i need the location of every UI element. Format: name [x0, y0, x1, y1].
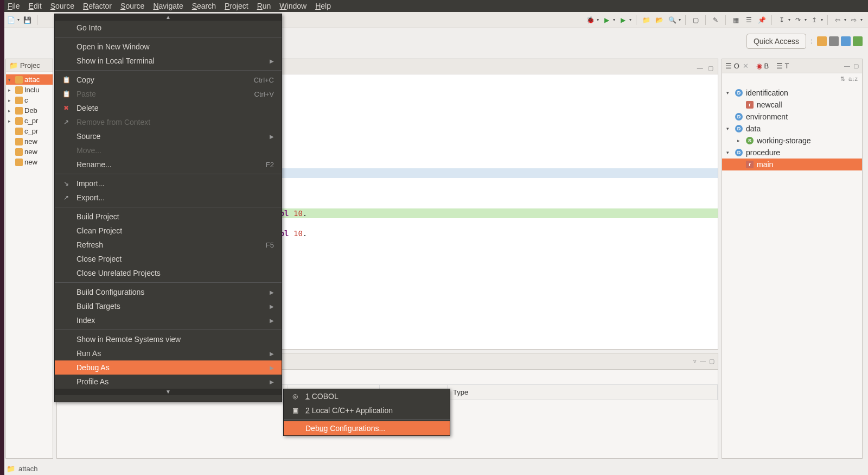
- dropdown-arrow-icon[interactable]: ▾: [17, 17, 20, 22]
- submenu-item[interactable]: ▣2 Local C/C++ Application: [284, 403, 450, 417]
- menu-item[interactable]: Profile As▶: [55, 375, 282, 389]
- tree-item[interactable]: ▾attac: [6, 74, 53, 85]
- tree-item[interactable]: new: [6, 157, 53, 167]
- menu-help[interactable]: Help: [311, 1, 335, 11]
- menu-edit[interactable]: Edit: [24, 1, 46, 11]
- minimize-icon[interactable]: —: [700, 358, 706, 365]
- menu-navigate[interactable]: Navigate: [149, 1, 187, 11]
- tree-item[interactable]: ▸Inclu: [6, 85, 53, 95]
- open-perspective-icon[interactable]: [817, 36, 827, 46]
- outline-item[interactable]: ▾Dprocedure: [722, 147, 862, 159]
- menu-item[interactable]: Debug As▶: [55, 360, 282, 375]
- menu-window[interactable]: Window: [275, 1, 311, 11]
- view-menu-icon[interactable]: ▿: [693, 358, 697, 365]
- menu-project[interactable]: Project: [220, 1, 253, 11]
- scroll-up-icon[interactable]: ▲: [55, 14, 282, 21]
- menu-item[interactable]: Rename...F2: [55, 157, 282, 172]
- menu-item[interactable]: Open in New Window: [55, 40, 282, 54]
- search-icon[interactable]: 🔍: [667, 15, 678, 26]
- az-sort-icon[interactable]: a↓z: [848, 75, 858, 83]
- project-explorer-title: Projec: [20, 61, 40, 69]
- debug-icon[interactable]: 🐞: [585, 15, 596, 26]
- pin-icon[interactable]: 📌: [756, 15, 767, 26]
- wand-icon[interactable]: ✎: [710, 15, 721, 26]
- menu-item[interactable]: Build Configurations▶: [55, 285, 282, 299]
- outline-item[interactable]: rmain: [722, 159, 862, 170]
- menu-item[interactable]: Build Project: [55, 210, 282, 224]
- debug-as-submenu[interactable]: ◎1 COBOL▣2 Local C/C++ ApplicationDebug …: [283, 389, 450, 436]
- menu-item[interactable]: ↘Import...: [55, 176, 282, 191]
- outline-tree[interactable]: ▾DidentificationrnewcallDenvironment▾Dda…: [722, 85, 862, 173]
- outline-tab-t[interactable]: ☰ T: [776, 62, 789, 70]
- menu-source[interactable]: Source: [46, 1, 79, 11]
- project-explorer-tab[interactable]: 📁 Projec: [6, 59, 53, 72]
- menu-run[interactable]: Run: [253, 1, 276, 11]
- scroll-down-icon[interactable]: ▼: [55, 389, 282, 395]
- maximize-icon[interactable]: ▢: [709, 358, 714, 365]
- menu-item: ↗Remove from Context: [55, 115, 282, 129]
- context-menu[interactable]: ▲ Go IntoOpen in New WindowShow in Local…: [54, 14, 282, 402]
- step-out-icon[interactable]: ↥: [809, 15, 820, 26]
- menu-item[interactable]: ↗Export...: [55, 191, 282, 205]
- folder-icon[interactable]: 📁: [641, 15, 652, 26]
- list-icon[interactable]: ☰: [743, 15, 754, 26]
- status-bar: 📁 attach: [7, 465, 37, 473]
- maximize-icon[interactable]: ▢: [853, 62, 859, 69]
- maximize-icon[interactable]: ▢: [708, 65, 713, 71]
- menu-item[interactable]: 📋CopyCtrl+C: [55, 73, 282, 87]
- minimize-icon[interactable]: —: [697, 65, 703, 71]
- back-icon[interactable]: ⇦: [832, 15, 843, 26]
- tree-item[interactable]: ▸c: [6, 95, 53, 105]
- folder-open-icon[interactable]: 📂: [654, 15, 665, 26]
- menu-file[interactable]: File: [3, 1, 24, 11]
- forward-icon[interactable]: ⇨: [848, 15, 859, 26]
- menu-item[interactable]: Go Into: [55, 21, 282, 35]
- tree-item[interactable]: c_pr: [6, 126, 53, 136]
- menu-item[interactable]: Close Project: [55, 252, 282, 266]
- outline-item[interactable]: rnewcall: [722, 99, 862, 111]
- outline-item[interactable]: ▸Sworking-storage: [722, 135, 862, 147]
- menu-item[interactable]: Build Targets▶: [55, 299, 282, 313]
- save-icon[interactable]: 💾: [22, 15, 33, 26]
- menu-item[interactable]: Source▶: [55, 129, 282, 143]
- step-icon[interactable]: ↧: [776, 15, 787, 26]
- menu-item[interactable]: RefreshF5: [55, 238, 282, 252]
- sort-icon[interactable]: ⇅: [840, 75, 845, 83]
- minimize-icon[interactable]: —: [844, 62, 850, 69]
- resource-perspective-icon[interactable]: [829, 36, 839, 46]
- cpp-perspective-icon[interactable]: [841, 36, 851, 46]
- outline-item[interactable]: ▾Didentification: [722, 87, 862, 99]
- tree-item[interactable]: new: [6, 136, 53, 147]
- col-type[interactable]: Type: [448, 385, 718, 400]
- quick-access-button[interactable]: Quick Access: [746, 34, 806, 49]
- tree-item[interactable]: ▸c_pr: [6, 116, 53, 126]
- menu-source[interactable]: Source: [116, 1, 149, 11]
- outline-tab-b[interactable]: ◉ B: [756, 62, 769, 70]
- tree-item[interactable]: ▸Deb: [6, 105, 53, 116]
- step-over-icon[interactable]: ↷: [793, 15, 803, 26]
- submenu-item[interactable]: Debug Configurations...: [284, 421, 450, 435]
- menu-item[interactable]: Clean Project: [55, 224, 282, 238]
- run-last-icon[interactable]: ▶: [617, 15, 628, 26]
- debug-perspective-icon[interactable]: [853, 36, 863, 46]
- quick-access-row: Quick Access ⁞: [746, 34, 863, 49]
- run-icon[interactable]: ▶: [601, 15, 612, 26]
- grid-icon[interactable]: ▦: [730, 15, 741, 26]
- project-tree[interactable]: ▾attac▸Inclu▸c▸Deb▸c_prc_prnewnewnew: [6, 72, 53, 169]
- menu-refactor[interactable]: Refactor: [79, 1, 116, 11]
- outline-tab-o[interactable]: ☰ O: [725, 62, 739, 70]
- menu-item[interactable]: Run As▶: [55, 346, 282, 360]
- menu-item[interactable]: Close Unrelated Projects: [55, 266, 282, 280]
- outline-item[interactable]: ▾Ddata: [722, 123, 862, 135]
- menu-item[interactable]: Show in Remote Systems view: [55, 332, 282, 346]
- menu-item[interactable]: Index▶: [55, 313, 282, 327]
- window-icon[interactable]: ▢: [690, 15, 701, 26]
- menu-search[interactable]: Search: [188, 1, 220, 11]
- tree-item[interactable]: new: [6, 147, 53, 157]
- outline-item[interactable]: Denvironment: [722, 111, 862, 123]
- menu-item[interactable]: ✖Delete: [55, 101, 282, 115]
- submenu-item[interactable]: ◎1 COBOL: [284, 389, 450, 403]
- new-icon[interactable]: 📄: [5, 15, 16, 26]
- project-icon: 📁: [7, 465, 15, 473]
- menu-item[interactable]: Show in Local Terminal▶: [55, 54, 282, 68]
